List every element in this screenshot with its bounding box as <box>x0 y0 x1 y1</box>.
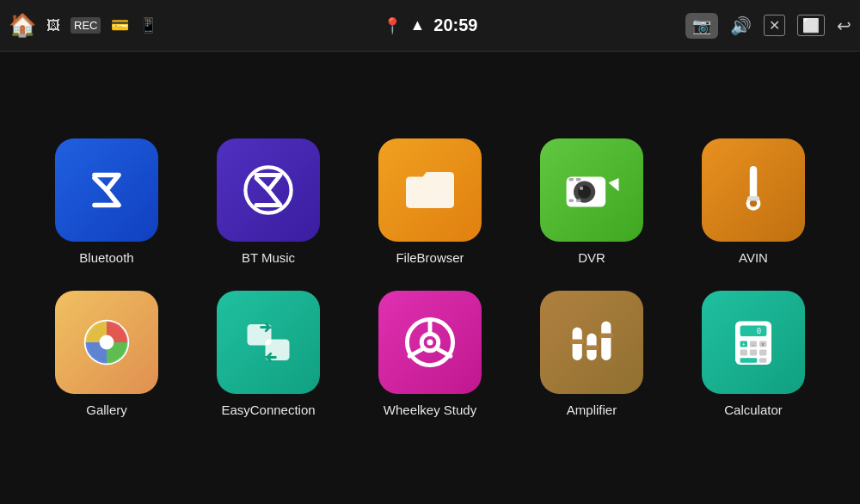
svg-point-17 <box>100 335 114 350</box>
status-right: 📷 🔊 ✕ ⬜ ↩ <box>685 13 851 39</box>
app-grid-container: Bluetooth BT Music FileBrowser <box>0 52 860 504</box>
status-center: 📍 ▲ 20:59 <box>383 15 478 35</box>
avin-icon-bg <box>702 138 805 242</box>
svg-point-5 <box>578 185 591 198</box>
app-grid: Bluetooth BT Music FileBrowser <box>34 138 826 417</box>
rec-icon[interactable]: REC <box>71 17 101 34</box>
volume-icon[interactable]: 🔊 <box>730 15 752 36</box>
sd-card2-icon[interactable]: 📱 <box>139 16 157 34</box>
svg-rect-8 <box>576 178 581 181</box>
app-dvr[interactable]: DVR <box>519 138 664 265</box>
app-wheelkey[interactable]: Wheelkey Study <box>358 291 502 417</box>
svg-text:×: × <box>761 341 765 347</box>
svg-rect-29 <box>570 340 585 345</box>
bluetooth-icon-bg <box>55 138 158 242</box>
svg-text:0: 0 <box>757 327 761 335</box>
svg-rect-12 <box>750 166 757 200</box>
app-easyconnection[interactable]: EasyConnection <box>196 291 341 417</box>
app-dvr-label: DVR <box>578 250 605 265</box>
app-filebrowser[interactable]: FileBrowser <box>358 138 502 265</box>
gallery-symbol <box>77 312 137 372</box>
amplifier-icon-bg <box>540 291 643 394</box>
svg-rect-40 <box>759 349 766 355</box>
svg-rect-7 <box>568 178 574 181</box>
app-bt-music[interactable]: BT Music <box>196 138 341 265</box>
calculator-symbol: 0 + - × <box>723 312 783 372</box>
svg-rect-30 <box>585 346 599 351</box>
wifi-icon: ▲ <box>410 16 426 34</box>
svg-point-25 <box>427 340 433 346</box>
dvr-icon-bg <box>540 138 643 242</box>
svg-line-23 <box>409 349 421 356</box>
svg-line-0 <box>95 178 107 190</box>
app-bluetooth[interactable]: Bluetooth <box>34 138 179 265</box>
app-calculator[interactable]: 0 + - × Calculator <box>681 291 826 417</box>
app-amplifier-label: Amplifier <box>567 403 617 417</box>
status-time: 20:59 <box>433 15 477 35</box>
connection-symbol <box>238 312 298 372</box>
avin-symbol <box>723 160 783 220</box>
gallery-icon-bg <box>55 291 158 394</box>
app-amplifier[interactable]: Amplifier <box>519 291 664 417</box>
image-icon[interactable]: 🖼 <box>46 18 60 34</box>
bluetooth-symbol <box>77 160 137 220</box>
location-icon: 📍 <box>383 16 402 35</box>
svg-rect-9 <box>568 200 574 203</box>
home-icon[interactable]: 🏠 <box>9 12 36 39</box>
app-gallery[interactable]: Gallery <box>34 291 179 417</box>
app-calculator-label: Calculator <box>724 403 783 417</box>
bt-music-icon-bg <box>217 138 320 242</box>
svg-rect-31 <box>599 334 613 339</box>
svg-rect-15 <box>747 196 759 201</box>
dvr-symbol <box>562 160 622 220</box>
sd-card-icon[interactable]: 💳 <box>111 16 129 34</box>
svg-rect-28 <box>601 322 611 361</box>
wheel-symbol <box>400 312 460 372</box>
bt-music-symbol <box>238 160 298 220</box>
svg-rect-42 <box>759 358 766 363</box>
app-filebrowser-label: FileBrowser <box>396 250 464 265</box>
status-bar: 🏠 🖼 REC 💳 📱 📍 ▲ 20:59 📷 🔊 ✕ ⬜ ↩ <box>0 0 860 52</box>
svg-rect-10 <box>576 200 581 203</box>
svg-line-2 <box>256 178 268 190</box>
status-left: 🏠 🖼 REC 💳 📱 <box>9 12 685 39</box>
app-avin[interactable]: AVIN <box>681 138 826 265</box>
back-icon[interactable]: ↩ <box>837 15 851 36</box>
filebrowser-icon-bg <box>378 138 482 242</box>
app-gallery-label: Gallery <box>86 403 127 417</box>
wheelkey-icon-bg <box>378 291 482 394</box>
folder-symbol <box>400 160 460 220</box>
svg-rect-41 <box>740 358 758 363</box>
svg-line-24 <box>439 349 451 356</box>
app-bluetooth-label: Bluetooth <box>79 250 133 265</box>
svg-text:-: - <box>752 341 754 347</box>
svg-point-6 <box>580 187 583 190</box>
svg-rect-38 <box>740 349 747 355</box>
close-icon[interactable]: ✕ <box>764 15 785 36</box>
equalizer-symbol <box>562 312 622 372</box>
app-bt-music-label: BT Music <box>242 250 295 265</box>
svg-marker-11 <box>609 178 619 191</box>
svg-rect-39 <box>750 349 757 355</box>
svg-text:+: + <box>742 341 746 347</box>
calculator-icon-bg: 0 + - × <box>702 291 805 394</box>
app-easyconnection-label: EasyConnection <box>221 403 315 417</box>
svg-rect-33 <box>740 325 767 336</box>
app-wheelkey-label: Wheelkey Study <box>384 403 476 417</box>
window-icon[interactable]: ⬜ <box>797 15 825 36</box>
app-avin-label: AVIN <box>739 250 768 265</box>
easyconnection-icon-bg <box>217 291 320 394</box>
camera-icon[interactable]: 📷 <box>685 13 718 39</box>
